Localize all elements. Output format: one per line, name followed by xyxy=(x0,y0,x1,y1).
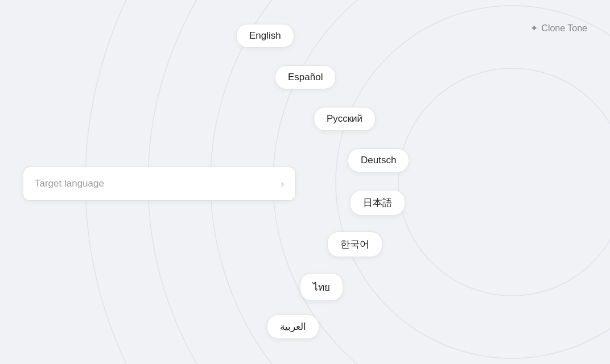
language-pill-japanese[interactable]: 日本語 xyxy=(350,190,405,216)
language-pill-arabic[interactable]: العربية xyxy=(267,315,319,339)
svg-point-0 xyxy=(398,68,610,296)
target-language-selector[interactable]: Target language › xyxy=(23,167,296,201)
language-pill-russian[interactable]: Русский xyxy=(314,107,376,131)
svg-point-1 xyxy=(336,6,610,358)
language-pill-korean[interactable]: 한국어 xyxy=(327,231,382,257)
chevron-right-icon: › xyxy=(281,178,284,190)
clone-tone-button[interactable]: ✦ Clone Tone xyxy=(530,23,587,34)
clone-tone-label: Clone Tone xyxy=(541,23,587,34)
language-pill-thai[interactable]: ไทย xyxy=(300,273,343,301)
sparkles-icon: ✦ xyxy=(530,23,538,34)
language-pill-deutsch[interactable]: Deutsch xyxy=(348,148,409,172)
language-pill-english[interactable]: English xyxy=(236,24,294,48)
svg-point-2 xyxy=(273,0,610,364)
language-pill-espanol[interactable]: Español xyxy=(275,65,336,89)
target-language-placeholder: Target language xyxy=(35,178,104,189)
